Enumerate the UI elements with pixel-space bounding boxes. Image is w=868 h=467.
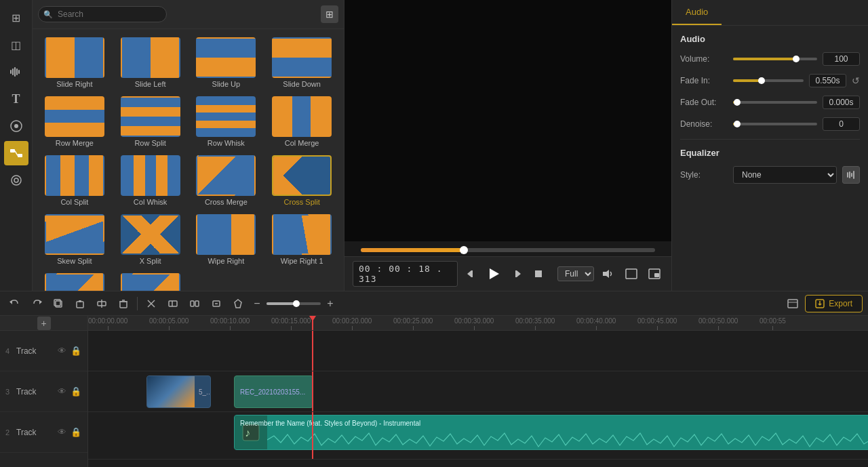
- transition-x-split[interactable]: X Split: [114, 211, 187, 268]
- transition-slide-right[interactable]: Slide Right: [38, 35, 111, 91]
- track-visibility-3[interactable]: 👁: [57, 386, 67, 397]
- transition-more2[interactable]: [114, 270, 187, 291]
- track-number-2: 2: [5, 428, 9, 436]
- split-button[interactable]: [185, 294, 204, 313]
- progress-bar-area[interactable]: [344, 241, 671, 256]
- volume-slider[interactable]: [733, 58, 817, 60]
- sidebar-icon-transitions[interactable]: [4, 141, 28, 165]
- pip-button[interactable]: [646, 267, 663, 281]
- cut-button[interactable]: [142, 294, 161, 313]
- transition-more1[interactable]: [38, 270, 111, 291]
- svg-rect-24: [851, 173, 852, 177]
- transitions-grid: Slide Right Slide Left Slide Up Slide Do…: [33, 29, 344, 291]
- sidebar-icon-text[interactable]: T: [4, 87, 28, 111]
- marker-button[interactable]: [229, 294, 248, 313]
- export-button[interactable]: Export: [805, 295, 863, 312]
- zoom-slider[interactable]: [267, 302, 321, 305]
- sidebar-icon-effects[interactable]: [4, 114, 28, 138]
- transition-slide-down[interactable]: Slide Down: [265, 35, 338, 91]
- zoom-out-button[interactable]: [207, 294, 226, 313]
- sidebar-icon-filter[interactable]: [4, 168, 28, 192]
- fade-in-value[interactable]: 0.550s: [809, 74, 846, 87]
- fade-out-slider[interactable]: [733, 101, 817, 104]
- sidebar-icon-media[interactable]: ⊞: [4, 5, 28, 30]
- quality-select[interactable]: Full1/21/4: [557, 266, 594, 281]
- transition-thumb-row-whisk: [196, 96, 256, 137]
- fullscreen-button[interactable]: [623, 267, 640, 281]
- ruler-mark-35: 00:00:35.000: [515, 316, 555, 330]
- volume-label: Volume:: [680, 54, 728, 64]
- redo-button[interactable]: [27, 294, 46, 313]
- transition-row-merge[interactable]: Row Merge: [38, 94, 111, 150]
- clip-audio-remember[interactable]: ♪ Remember the Name (feat. Styles of Bey…: [234, 415, 868, 450]
- svg-text:♪: ♪: [245, 427, 250, 439]
- denoise-label: Denoise:: [680, 119, 728, 129]
- equalizer-settings-button[interactable]: [842, 166, 860, 184]
- right-tabs: Audio: [672, 0, 868, 26]
- ripple-button[interactable]: [92, 294, 111, 313]
- transition-slide-up[interactable]: Slide Up: [190, 35, 263, 91]
- paste-button[interactable]: [71, 294, 90, 313]
- sidebar-icon-layers[interactable]: ◫: [4, 33, 28, 57]
- clip-video-5[interactable]: 5_...: [146, 375, 211, 408]
- clip-rec-20210203[interactable]: REC_20210203155...: [234, 375, 313, 408]
- track-label-row-4: 4 Track 👁 🔒: [0, 331, 87, 371]
- svg-rect-23: [849, 171, 850, 178]
- volume-value[interactable]: 100: [823, 52, 860, 66]
- denoise-row: Denoise: 0: [680, 117, 860, 131]
- svg-rect-19: [626, 269, 637, 279]
- stop-button[interactable]: [530, 267, 547, 281]
- transition-thumb-slide-down: [272, 37, 332, 78]
- denoise-value[interactable]: 0: [823, 117, 860, 131]
- transition-label-col-merge: Col Merge: [285, 139, 319, 147]
- time-display: 00 : 00 : 18 . 313: [353, 261, 458, 287]
- transition-wipe-right1[interactable]: Wipe Right 1: [265, 211, 338, 268]
- transition-row-whisk[interactable]: Row Whisk: [190, 94, 263, 150]
- zoom-minus-button[interactable]: −: [250, 294, 264, 313]
- track-visibility-2[interactable]: 👁: [57, 426, 67, 438]
- divider: [680, 139, 860, 140]
- delete-button[interactable]: [114, 294, 133, 313]
- track-lock-2[interactable]: 🔒: [70, 426, 82, 438]
- trim-left-button[interactable]: [163, 294, 182, 313]
- transition-label-slide-left: Slide Left: [135, 80, 166, 88]
- sidebar-icon-audio[interactable]: [4, 60, 28, 84]
- transition-skew-split[interactable]: Skew Split: [38, 211, 111, 268]
- transitions-panel: 🔍 ⊞ Slide Right Slide Left Slide Up Slid…: [33, 0, 344, 291]
- zoom-plus-button[interactable]: +: [323, 294, 337, 313]
- fade-in-slider[interactable]: [733, 79, 804, 82]
- transition-col-split[interactable]: Col Split: [38, 153, 111, 209]
- right-panel: Audio Audio Volume: 100 Fade In: 0.: [671, 0, 868, 291]
- transition-col-whisk[interactable]: Col Whisk: [114, 153, 187, 209]
- play-button[interactable]: [485, 263, 503, 285]
- volume-button[interactable]: [599, 267, 617, 281]
- track-lock-3[interactable]: 🔒: [70, 386, 82, 397]
- transition-row-split[interactable]: Row Split: [114, 94, 187, 150]
- copy-button[interactable]: [49, 294, 68, 313]
- track-lock-4[interactable]: 🔒: [70, 345, 82, 357]
- svg-rect-39: [169, 301, 177, 306]
- track-label-row-2: 2 Track 👁 🔒: [0, 412, 87, 453]
- fade-in-reset-button[interactable]: ↺: [852, 75, 860, 86]
- tab-audio[interactable]: Audio: [672, 0, 722, 25]
- transition-wipe-right[interactable]: Wipe Right: [190, 211, 263, 268]
- svg-rect-4: [18, 70, 20, 74]
- transition-slide-left[interactable]: Slide Left: [114, 35, 187, 91]
- style-select[interactable]: None Flat Bass Boost Treble Boost: [733, 166, 837, 184]
- transition-col-merge[interactable]: Col Merge: [265, 94, 338, 150]
- grid-toggle-button[interactable]: ⊞: [321, 5, 338, 23]
- transition-cross-merge[interactable]: Cross Merge: [190, 153, 263, 209]
- search-input[interactable]: [38, 6, 167, 22]
- undo-button[interactable]: [5, 294, 24, 313]
- clip-properties-button[interactable]: [783, 294, 802, 313]
- audio-clip-label: Remember the Name (feat. Styles of Beyon…: [235, 418, 426, 428]
- add-track-button[interactable]: +: [37, 317, 51, 330]
- track-visibility-4[interactable]: 👁: [57, 345, 67, 357]
- timeline-content[interactable]: 00:00:00.000 00:00:05.000 00:00:10.000 0…: [88, 316, 868, 467]
- skip-back-button[interactable]: [463, 267, 479, 281]
- fade-out-value[interactable]: 0.000s: [823, 96, 860, 109]
- video-progress-bar[interactable]: [361, 248, 655, 252]
- denoise-slider[interactable]: [733, 123, 817, 125]
- skip-forward-button[interactable]: [509, 267, 525, 281]
- transition-cross-split[interactable]: Cross Split: [265, 153, 338, 209]
